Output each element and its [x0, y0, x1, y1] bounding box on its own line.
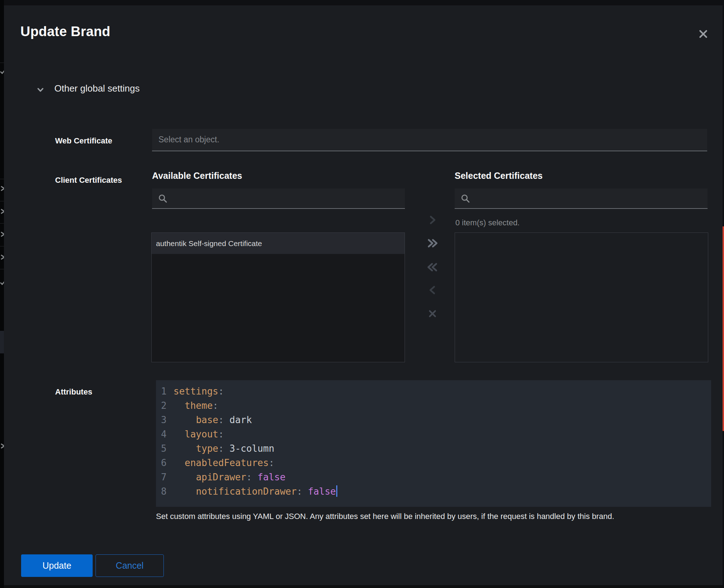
text-cursor — [336, 485, 337, 497]
section-toggle-button[interactable] — [33, 83, 48, 97]
close-icon — [428, 309, 437, 318]
check-icon — [0, 279, 4, 285]
sidebar-divider — [0, 201, 4, 201]
selected-count-status: 0 item(s) selected. — [455, 218, 520, 227]
sidebar-divider — [0, 269, 4, 269]
line-number: 8 — [161, 484, 170, 499]
code-line: 8 notificationDrawer: false — [161, 484, 711, 499]
sidebar-divider — [0, 179, 4, 179]
available-search-input[interactable] — [152, 188, 405, 209]
check-icon — [0, 68, 4, 74]
sidebar-divider — [0, 246, 4, 246]
code-line: 7 apiDrawer: false — [161, 470, 711, 484]
app-screen: Update Brand Other global settings Web C… — [0, 0, 724, 588]
page-background-strip — [0, 585, 724, 588]
web-certificate-label: Web Certificate — [55, 136, 112, 146]
line-number: 4 — [161, 427, 170, 441]
delete-button[interactable] — [423, 305, 442, 322]
chevron-right-icon — [0, 208, 4, 215]
code-line: 4 layout: — [161, 427, 711, 441]
chevron-right-icon — [0, 443, 4, 449]
chevron-right-icon — [0, 231, 4, 237]
chevron-right-icon — [428, 215, 437, 225]
line-number: 7 — [161, 470, 170, 484]
line-number: 2 — [161, 398, 170, 413]
add-selected-button[interactable] — [423, 211, 442, 229]
modal-title: Update Brand — [20, 24, 111, 39]
available-certificates-heading: Available Certificates — [152, 171, 242, 181]
update-button[interactable]: Update — [21, 554, 93, 577]
sidebar-divider — [0, 63, 4, 63]
selected-search-input[interactable] — [455, 188, 708, 209]
close-icon — [698, 29, 709, 39]
section-header-label: Other global settings — [54, 83, 140, 94]
chevron-right-icon — [0, 185, 4, 192]
sidebar-divider — [0, 223, 4, 224]
double-chevron-left-icon — [426, 262, 439, 272]
attributes-label: Attributes — [55, 387, 92, 397]
chevron-right-icon — [0, 254, 4, 260]
available-certificates-list[interactable]: authentik Self-signed Certificate — [151, 232, 405, 362]
code-line: 3 base: dark — [161, 413, 711, 427]
code-line: 5 type: 3-column — [161, 441, 711, 456]
code-line: 1settings: — [161, 384, 711, 398]
update-brand-modal: Update Brand Other global settings Web C… — [4, 5, 723, 585]
attributes-help-text: Set custom attributes using YAML or JSON… — [156, 512, 693, 521]
available-search — [152, 188, 405, 209]
line-number: 3 — [161, 413, 170, 427]
add-all-button[interactable] — [423, 235, 442, 252]
web-certificate-input[interactable] — [152, 129, 707, 151]
selected-certificates-heading: Selected Certificates — [455, 171, 543, 181]
notification-toast-edge — [723, 226, 724, 431]
code-line: 6 enabledFeatures: — [161, 456, 711, 470]
double-chevron-right-icon — [426, 238, 439, 248]
chevron-down-icon — [36, 85, 45, 94]
client-certificates-label: Client Certificates — [55, 176, 122, 185]
cancel-button[interactable]: Cancel — [96, 554, 164, 577]
line-number: 6 — [161, 456, 170, 470]
close-button[interactable] — [695, 26, 711, 42]
line-number: 1 — [161, 384, 170, 398]
line-number: 5 — [161, 441, 170, 456]
sidebar-active-item-fragment — [0, 331, 4, 353]
code-line: 2 theme: — [161, 398, 711, 413]
remove-all-button[interactable] — [423, 259, 442, 276]
background-sidebar-sliver — [0, 0, 4, 588]
available-certificate-item[interactable]: authentik Self-signed Certificate — [152, 233, 405, 254]
selected-certificates-list[interactable] — [455, 232, 708, 362]
remove-selected-button[interactable] — [423, 281, 442, 299]
selected-search — [455, 188, 708, 209]
chevron-left-icon — [428, 285, 437, 295]
attributes-code-editor[interactable]: 1settings:2 theme:3 base: dark4 layout:5… — [156, 380, 711, 507]
